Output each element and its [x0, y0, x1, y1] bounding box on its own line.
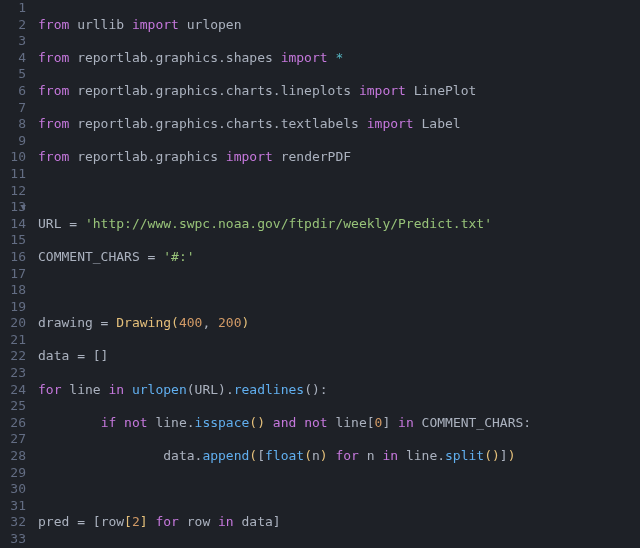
code-line[interactable]: COMMENT_CHARS = '#:' — [38, 249, 609, 266]
line-number: 29 — [4, 465, 26, 482]
code-editor[interactable]: 1 2 3 4 5 6 7 8 9 10 11 12▼ 13 14 15 16 … — [0, 0, 640, 548]
code-line[interactable]: URL = 'http://www.swpc.noaa.gov/ftpdir/w… — [38, 216, 609, 233]
line-number: 20 — [4, 315, 26, 332]
line-number: 1 — [4, 0, 26, 17]
line-number: 10 — [4, 149, 26, 166]
line-number: 33 — [4, 531, 26, 548]
code-line[interactable] — [38, 481, 609, 498]
line-number: 21 — [4, 332, 26, 349]
line-number: 24 — [4, 382, 26, 399]
line-number: 18 — [4, 282, 26, 299]
line-number: 15 — [4, 232, 26, 249]
line-number: 26 — [4, 415, 26, 432]
line-number: 28 — [4, 448, 26, 465]
line-number: 6 — [4, 83, 26, 100]
line-number: 23 — [4, 365, 26, 382]
code-line[interactable]: if not line.isspace() and not line[0] in… — [38, 415, 609, 432]
line-number: 13 — [4, 199, 26, 216]
line-number: 16 — [4, 249, 26, 266]
line-number: 30 — [4, 481, 26, 498]
line-number: 22 — [4, 348, 26, 365]
code-line[interactable] — [38, 282, 609, 299]
code-line[interactable] — [38, 183, 609, 200]
line-number: 3 — [4, 33, 26, 50]
code-line[interactable]: from reportlab.graphics.charts.lineplots… — [38, 83, 609, 100]
line-number: 14 — [4, 216, 26, 233]
line-number: 17 — [4, 266, 26, 283]
line-number: 4 — [4, 50, 26, 67]
code-line[interactable]: from reportlab.graphics.charts.textlabel… — [38, 116, 609, 133]
code-line[interactable]: pred = [row[2] for row in data] — [38, 514, 609, 531]
line-number: 32 — [4, 514, 26, 531]
line-number: 31 — [4, 498, 26, 515]
line-number: 25 — [4, 398, 26, 415]
code-line[interactable]: data = [] — [38, 348, 609, 365]
line-number: 7 — [4, 100, 26, 117]
line-number: 5 — [4, 66, 26, 83]
line-number: 19 — [4, 299, 26, 316]
code-line[interactable]: from urllib import urlopen — [38, 17, 609, 34]
line-number: 2 — [4, 17, 26, 34]
code-line[interactable]: for line in urlopen(URL).readlines(): — [38, 382, 609, 399]
code-line[interactable]: from reportlab.graphics.shapes import * — [38, 50, 609, 67]
line-number: 11 — [4, 166, 26, 183]
code-line[interactable]: drawing = Drawing(400, 200) — [38, 315, 609, 332]
code-area[interactable]: from urllib import urlopen from reportla… — [34, 0, 609, 548]
code-line[interactable]: data.append([float(n) for n in line.spli… — [38, 448, 609, 465]
line-number: 12▼ — [4, 183, 26, 200]
code-line[interactable]: from reportlab.graphics import renderPDF — [38, 149, 609, 166]
line-number: 9 — [4, 133, 26, 150]
line-number-gutter: 1 2 3 4 5 6 7 8 9 10 11 12▼ 13 14 15 16 … — [0, 0, 34, 548]
line-number: 27 — [4, 431, 26, 448]
line-number: 8 — [4, 116, 26, 133]
